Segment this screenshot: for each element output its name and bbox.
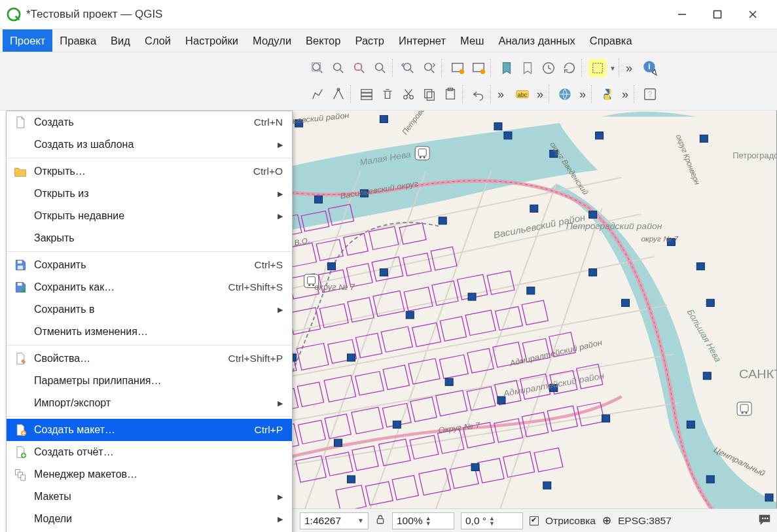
chevron-right-icon: ▶ [278, 493, 283, 501]
vertex-tool-icon[interactable] [329, 85, 348, 103]
svg-text:САНКТ-ПЕТЕРБ: САНКТ-ПЕТЕРБ [739, 368, 776, 381]
render-checkbox[interactable] [530, 516, 539, 525]
messages-icon[interactable] [757, 512, 772, 529]
svg-point-186 [424, 156, 425, 158]
menu-settings[interactable]: Настройки [178, 29, 245, 52]
svg-point-12 [425, 63, 432, 71]
globe-icon[interactable] [556, 85, 574, 103]
crs-label[interactable]: EPSG:3857 [618, 515, 672, 527]
copy-icon[interactable] [420, 85, 439, 103]
menu-new[interactable]: Создать Ctrl+N [7, 111, 292, 133]
menu-properties[interactable]: Свойства… Ctrl+Shift+P [7, 347, 292, 370]
show-bookmarks-icon[interactable] [518, 59, 537, 77]
menu-save[interactable]: Сохранить Ctrl+S [7, 254, 292, 276]
delete-icon[interactable] [378, 85, 397, 103]
paste-icon[interactable] [441, 85, 460, 103]
zoom-next-icon[interactable] [420, 59, 439, 77]
menu-open[interactable]: Открыть… Ctrl+O [7, 160, 292, 183]
crs-icon[interactable]: ⊕ [602, 514, 611, 527]
menu-new-report[interactable]: Создать отчёт… [7, 441, 292, 463]
chevron-right-icon: ▶ [278, 190, 283, 198]
zoom-native-icon[interactable] [371, 59, 389, 77]
new-map-view-icon[interactable] [448, 59, 467, 77]
svg-rect-179 [471, 463, 479, 470]
report-new-icon [13, 445, 27, 459]
chevron-right-icon: ▶ [278, 306, 283, 314]
python-icon[interactable] [598, 85, 617, 103]
menu-import-export[interactable]: Импорт/экспорт▶ [7, 392, 292, 414]
rotation-field[interactable]: 0,0 °▲▼ [461, 512, 523, 529]
menu-help[interactable]: Справка [583, 29, 640, 52]
menu-revert[interactable]: Отменить изменения… [7, 321, 292, 343]
maximize-button[interactable] [700, 0, 735, 29]
toolbar-overflow-3[interactable]: » [534, 88, 546, 101]
svg-rect-157 [589, 269, 597, 276]
svg-rect-149 [530, 205, 538, 212]
svg-rect-180 [543, 482, 551, 489]
svg-rect-174 [347, 354, 355, 361]
menu-snapping[interactable]: Параметры прилипания… [7, 370, 292, 392]
svg-rect-169 [334, 439, 342, 446]
edit-vertex-icon[interactable] [308, 85, 327, 103]
menu-layouts[interactable]: Макеты▶ [7, 486, 292, 508]
menu-mesh[interactable]: Меш [453, 29, 491, 52]
toolbar-overflow-5[interactable]: » [619, 88, 631, 101]
svg-text:округ № 7: округ № 7 [315, 283, 355, 292]
new-3d-view-icon[interactable] [469, 59, 488, 77]
menu-raster[interactable]: Растр [348, 29, 391, 52]
label-tool-icon[interactable]: abc [513, 85, 532, 103]
menu-web[interactable]: Интернет [391, 29, 453, 52]
temporal-icon[interactable] [539, 59, 558, 77]
menu-view[interactable]: Вид [103, 29, 137, 52]
svg-rect-150 [589, 211, 597, 218]
window-title: *Тестовый проект — QGIS [26, 8, 162, 21]
menu-save-to[interactable]: Сохранить в▶ [7, 298, 292, 321]
new-bookmark-icon[interactable] [497, 59, 516, 77]
svg-rect-6 [312, 63, 321, 71]
toolbar-area: ▼ » i » abc » » [0, 52, 777, 111]
svg-rect-221 [21, 475, 26, 480]
menu-new-template[interactable]: Создать из шаблона ▶ [7, 133, 292, 156]
svg-point-5 [313, 63, 320, 71]
menu-edit[interactable]: Правка [52, 29, 103, 52]
svg-text:Петроградская: Петроградская [732, 151, 776, 160]
menu-plugins[interactable]: Модули [245, 29, 298, 52]
svg-rect-156 [527, 287, 535, 294]
menu-layer[interactable]: Слой [137, 29, 178, 52]
menu-project[interactable]: Проект [3, 29, 52, 52]
menu-open-recent[interactable]: Открыть недавние▶ [7, 205, 292, 227]
menu-new-layout[interactable]: Создать макет… Ctrl+P [7, 419, 292, 441]
menu-close[interactable]: Закрыть [7, 227, 292, 249]
cut-icon[interactable] [399, 85, 418, 103]
toolbar-overflow-1[interactable]: » [623, 62, 635, 75]
zoom-full-icon[interactable] [308, 59, 327, 77]
menu-save-as[interactable]: Сохранить как… Ctrl+Shift+S [7, 276, 292, 298]
scale-field[interactable]: 1:46267▼ [300, 512, 369, 529]
menu-open-from[interactable]: Открыть из▶ [7, 183, 292, 205]
menu-layout-manager[interactable]: Менеджер макетов… [7, 463, 292, 486]
select-rect-icon[interactable] [588, 59, 607, 77]
chevron-right-icon: ▶ [278, 515, 283, 523]
attributes-icon[interactable] [357, 85, 376, 103]
toolbar-overflow-4[interactable]: » [577, 88, 588, 101]
zoom-layer-icon[interactable] [350, 59, 369, 77]
menu-models[interactable]: Модели▶ [7, 508, 292, 530]
lock-icon[interactable] [375, 514, 386, 527]
magnifier-field[interactable]: 100%▲▼ [392, 512, 454, 529]
zoom-selection-icon[interactable] [329, 59, 348, 77]
svg-point-8 [355, 63, 362, 71]
help-icon[interactable]: ? [641, 85, 659, 103]
identify-icon[interactable]: i [641, 59, 660, 77]
zoom-last-icon[interactable] [399, 59, 418, 77]
toolbar-overflow-2[interactable]: » [495, 88, 507, 101]
menu-processing[interactable]: Анализ данных [491, 29, 582, 52]
project-menu-dropdown: Создать Ctrl+N Создать из шаблона ▶ Откр… [6, 111, 293, 532]
minimize-button[interactable] [664, 0, 700, 29]
undo-icon[interactable] [469, 85, 488, 103]
svg-rect-23 [361, 93, 372, 96]
menu-vector[interactable]: Вектор [298, 29, 348, 52]
svg-rect-2 [714, 11, 721, 18]
refresh-icon[interactable] [560, 59, 579, 77]
close-button[interactable] [735, 0, 770, 29]
svg-rect-164 [602, 415, 610, 422]
